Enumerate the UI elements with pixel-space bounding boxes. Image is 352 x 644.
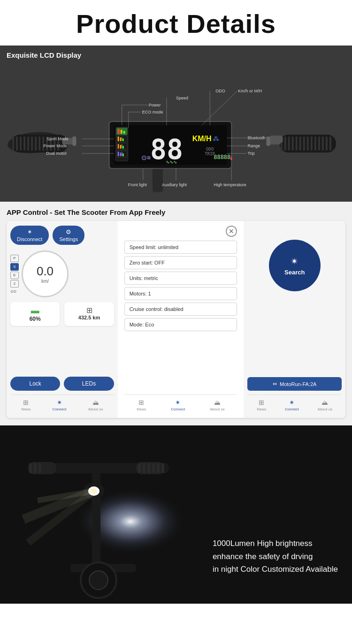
middle-nav-bar: ⊞ News ✴ Connect ⛰ About us: [124, 394, 237, 413]
svg-rect-5: [20, 136, 22, 151]
svg-rect-22: [284, 136, 286, 151]
distance-box: ⊞ 432.5 km: [64, 302, 114, 326]
svg-rect-17: [72, 136, 76, 146]
svg-text:Range: Range: [247, 144, 260, 148]
settings-button[interactable]: ⚙ Settings: [53, 226, 84, 245]
svg-point-101: [52, 463, 239, 576]
svg-text:Auxiliary light: Auxiliary light: [162, 182, 187, 187]
settings-list: Speed limit: unlimited Zero start: OFF U…: [124, 241, 237, 391]
about-label: About us: [88, 407, 103, 411]
setting-zero-start[interactable]: Zero start: OFF: [124, 256, 237, 269]
right-nav-about[interactable]: ⛰ About us: [318, 399, 333, 411]
svg-text:Speed: Speed: [176, 96, 188, 100]
svg-rect-111: [152, 463, 155, 473]
svg-rect-53: [118, 144, 119, 149]
svg-rect-33: [326, 136, 328, 151]
leds-button[interactable]: LEDs: [64, 377, 114, 391]
svg-rect-3: [12, 136, 14, 151]
app-left-panel: ✴ Disconnect ⚙ Settings P S E 2 ⊙D 0.0: [7, 221, 118, 418]
mode-p: P: [10, 255, 19, 262]
svg-text:⁂: ⁂: [213, 135, 219, 143]
svg-rect-28: [307, 136, 309, 151]
svg-rect-27: [303, 136, 305, 151]
device-name: MotoRun-FA:2A: [280, 381, 316, 387]
svg-text:ODO: ODO: [206, 147, 214, 152]
mode-s: S: [10, 263, 19, 271]
setting-motors[interactable]: Motors: 1: [124, 287, 237, 300]
lcd-image-area: E S P 2 88 KM/H: [7, 63, 345, 194]
left-nav-news[interactable]: ⊞ News: [21, 399, 31, 411]
news-label: News: [21, 407, 31, 411]
speed-value: 0.0: [37, 264, 54, 279]
svg-text:Km/h or M/H: Km/h or M/H: [238, 89, 262, 93]
speedometer-circle: 0.0 km/: [22, 250, 69, 297]
svg-text:ECO mode: ECO mode: [142, 110, 163, 114]
app-middle-panel: ✕ Speed limit: unlimited Zero start: OFF…: [121, 221, 241, 418]
svg-text:Power: Power: [149, 103, 161, 107]
lcd-section-label: Exquisite LCD Display: [7, 51, 345, 59]
left-nav-connect[interactable]: ✴ Connect: [53, 399, 67, 411]
svg-rect-44: [121, 130, 122, 134]
middle-nav-about[interactable]: ⛰ About us: [210, 399, 225, 411]
distance-value: 432.5 km: [78, 315, 100, 320]
light-text-area: 1000Lumen High brightness enhance the sa…: [213, 537, 338, 576]
app-top-buttons: ✴ Disconnect ⚙ Settings: [10, 226, 114, 245]
svg-rect-112: [157, 463, 160, 473]
app-section: APP Control - Set The Scooter From App F…: [0, 202, 352, 425]
news-icon: ⊞: [23, 399, 29, 406]
lcd-section: Exquisite LCD Display: [0, 45, 352, 202]
svg-rect-60: [122, 153, 124, 156]
middle-nav-news[interactable]: ⊞ News: [137, 399, 146, 411]
svg-rect-31: [318, 136, 320, 151]
setting-cruise[interactable]: Cruise control: disabled: [124, 303, 237, 316]
svg-point-120: [89, 571, 108, 590]
right-nav-connect[interactable]: ✴ Connect: [285, 399, 299, 411]
light-line-2: enhance the safety of drving: [213, 550, 338, 563]
speedometer-area: P S E 2 ⊙D 0.0 km/: [10, 250, 114, 297]
about-icon: ⛰: [92, 399, 99, 406]
right-about-label: About us: [318, 407, 333, 411]
mid-news-label: News: [137, 407, 146, 411]
right-about-icon: ⛰: [321, 399, 328, 406]
disconnect-label: Disconnect: [17, 236, 42, 242]
disconnect-button[interactable]: ✴ Disconnect: [10, 226, 49, 245]
svg-rect-106: [38, 463, 41, 473]
light-section: 1000Lumen High brightness enhance the sa…: [0, 425, 352, 604]
setting-mode[interactable]: Mode: Eco: [124, 318, 237, 331]
svg-rect-59: [120, 152, 122, 156]
svg-rect-55: [122, 146, 124, 149]
battery-distance-area: ▬ 60% ⊞ 432.5 km: [10, 302, 114, 326]
lcd-display-svg: E S P 2 88 KM/H: [7, 63, 345, 194]
battery-percentage: 60%: [30, 316, 41, 322]
search-label: Search: [284, 269, 305, 276]
svg-text:🌡: 🌡: [229, 155, 234, 161]
distance-icon: ⊞: [86, 306, 92, 315]
svg-rect-26: [299, 136, 301, 151]
bluetooth-search-icon: ✴: [291, 256, 298, 267]
mid-news-icon: ⊞: [138, 399, 144, 406]
svg-rect-45: [123, 131, 125, 134]
svg-text:Trip: Trip: [247, 151, 254, 156]
right-news-label: News: [257, 407, 266, 411]
lock-button[interactable]: Lock: [10, 377, 60, 391]
svg-rect-37: [267, 136, 270, 146]
svg-text:∿∿∿: ∿∿∿: [166, 159, 177, 165]
svg-rect-8: [31, 136, 33, 151]
device-bluetooth-icon: ⇔: [273, 381, 277, 387]
setting-speed-limit[interactable]: Speed limit: unlimited: [124, 241, 237, 254]
left-nav-about[interactable]: ⛰ About us: [88, 399, 103, 411]
right-nav-news[interactable]: ⊞ News: [257, 399, 266, 411]
battery-box: ▬ 60%: [10, 302, 60, 326]
setting-units[interactable]: Units: metric: [124, 272, 237, 285]
search-button[interactable]: ✴ Search: [269, 240, 321, 291]
device-item[interactable]: ⇔ MotoRun-FA:2A: [247, 377, 342, 391]
close-button[interactable]: ✕: [226, 226, 237, 237]
page-header: Product Details: [0, 0, 352, 45]
svg-text:Front light: Front light: [128, 182, 147, 187]
left-nav-bar: ⊞ News ✴ Connect ⛰ About us: [10, 394, 114, 413]
svg-text:88888: 88888: [214, 154, 230, 160]
settings-label: Settings: [59, 236, 78, 242]
svg-rect-32: [322, 136, 324, 151]
svg-rect-48: [118, 136, 119, 141]
middle-nav-connect[interactable]: ✴ Connect: [171, 399, 185, 411]
